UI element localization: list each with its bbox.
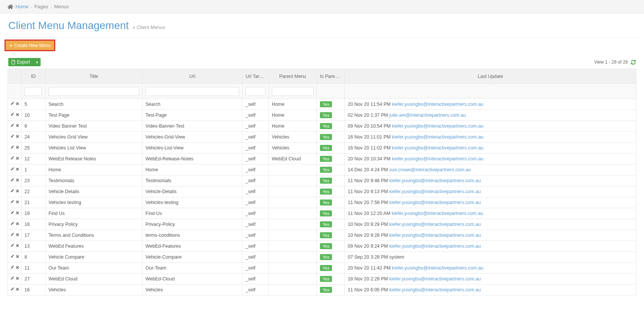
- cell-id: 17: [21, 230, 45, 241]
- edit-icon[interactable]: [10, 178, 14, 183]
- user-link[interactable]: kiefer.yusingbo@interactivepartners.com.…: [392, 134, 483, 140]
- delete-icon[interactable]: [15, 200, 20, 205]
- filter-target-input[interactable]: [245, 87, 265, 96]
- delete-icon[interactable]: [15, 156, 20, 161]
- delete-icon[interactable]: [15, 178, 20, 183]
- cell-lastupdate: 11 Nov 20 9:46 PM kiefer.yusingbo@intera…: [345, 175, 636, 186]
- edit-icon[interactable]: [10, 265, 14, 271]
- delete-icon[interactable]: [15, 265, 20, 271]
- filter-url-input[interactable]: [145, 87, 239, 96]
- export-button[interactable]: Export: [8, 58, 33, 66]
- cell-parent: [269, 164, 317, 175]
- cell-parent: WebEd Cloud: [269, 154, 317, 164]
- filter-id-input[interactable]: [24, 87, 42, 96]
- cell-lastupdate: 18 Nov 20 2:29 PM kiefer.yusingbo@intera…: [345, 274, 636, 285]
- delete-icon[interactable]: [15, 276, 20, 282]
- edit-icon[interactable]: [10, 134, 14, 140]
- cell-title: Vehicles List View: [45, 143, 142, 154]
- user-link[interactable]: kiefer.yusingbo@interactivepartners.com.…: [392, 265, 483, 271]
- col-parent-header[interactable]: Parent Menu: [269, 69, 317, 84]
- user-link[interactable]: kiefer.yusingbo@interactivepartners.com.…: [392, 156, 483, 161]
- cell-target: _self: [242, 164, 269, 175]
- edit-icon[interactable]: [10, 123, 14, 129]
- refresh-icon[interactable]: [631, 60, 636, 65]
- cell-url: Our-Team: [142, 263, 242, 274]
- user-link[interactable]: kiefer.yusingbo@interactivepartners.com.…: [389, 244, 480, 249]
- cell-isparent: Yes: [317, 241, 345, 252]
- user-link[interactable]: kiefer.yusingbo@interactivepartners.com.…: [389, 276, 480, 282]
- user-link[interactable]: julie.are@interactivepartners.com.au: [389, 113, 466, 118]
- edit-icon[interactable]: [10, 211, 14, 216]
- col-url-header[interactable]: Url: [142, 69, 242, 84]
- edit-icon[interactable]: [10, 167, 14, 172]
- user-link[interactable]: kiefer.yusingbo@interactivepartners.com.…: [389, 178, 480, 183]
- cell-target: _self: [242, 197, 269, 208]
- create-new-menu-button[interactable]: + Create New Menu: [6, 41, 54, 50]
- delete-icon[interactable]: [15, 222, 20, 227]
- edit-icon[interactable]: [10, 276, 14, 282]
- user-link[interactable]: kiefer.yusingbo@interactivepartners.com.…: [389, 189, 480, 194]
- user-link[interactable]: kiefer.yusingbo@interactivepartners.com.…: [389, 287, 480, 292]
- delete-icon[interactable]: [15, 145, 20, 151]
- delete-icon[interactable]: [15, 254, 20, 260]
- table-row: 22Vehicle DetailsVehicle-Details_selfYes…: [8, 186, 636, 197]
- breadcrumb-home[interactable]: Home: [15, 4, 29, 9]
- user-link[interactable]: kiefer.yusingbo@interactivepartners.com.…: [392, 123, 483, 129]
- table-row: 1HomeHome_selfYes14 Dec 20 4:24 PM sue.c…: [8, 164, 636, 175]
- cell-lastupdate: 20 Nov 20 11:54 PM kiefer.yusingbo@inter…: [345, 99, 636, 110]
- edit-icon[interactable]: [10, 156, 14, 161]
- cell-parent: [269, 274, 317, 285]
- edit-icon[interactable]: [10, 200, 14, 205]
- edit-icon[interactable]: [10, 145, 14, 151]
- delete-icon[interactable]: [15, 113, 20, 118]
- col-isparent-header[interactable]: Is Parent Menu: [317, 69, 345, 84]
- cell-lastupdate: 11 Nov 20 9:13 PM kiefer.yusingbo@intera…: [345, 186, 636, 197]
- delete-icon[interactable]: [15, 244, 20, 249]
- cell-url: Privacy-Policy: [142, 219, 242, 230]
- edit-icon[interactable]: [10, 189, 14, 194]
- cell-lastupdate: 09 Nov 20 10:54 PM kiefer.yusingbo@inter…: [345, 121, 636, 132]
- delete-icon[interactable]: [15, 189, 20, 194]
- edit-icon[interactable]: [10, 233, 14, 238]
- user-link[interactable]: kiefer.yusingbo@interactivepartners.com.…: [389, 200, 480, 205]
- user-link[interactable]: kiefer.yusingbo@interactivepartners.com.…: [392, 102, 483, 107]
- delete-icon[interactable]: [15, 211, 20, 216]
- user-link[interactable]: kiefer.yusingbo@interactivepartners.com.…: [389, 222, 480, 227]
- cell-title: WebEd Cloud: [45, 274, 142, 285]
- breadcrumb-pages: Pages: [34, 4, 48, 9]
- status-badge: Yes: [320, 199, 332, 206]
- user-link[interactable]: kiefer.yusingbo@interactivepartners.com.…: [392, 211, 483, 216]
- edit-icon[interactable]: [10, 244, 14, 249]
- home-icon[interactable]: [8, 4, 13, 9]
- col-title-header[interactable]: Title: [45, 69, 142, 84]
- cell-lastupdate: 11 Nov 20 7:58 PM kiefer.yusingbo@intera…: [345, 197, 636, 208]
- col-update-header[interactable]: Last Update: [345, 69, 636, 84]
- edit-icon[interactable]: [10, 254, 14, 260]
- delete-icon[interactable]: [15, 287, 20, 292]
- cell-parent: [269, 252, 317, 263]
- filter-parent-input[interactable]: [272, 87, 314, 96]
- edit-icon[interactable]: [10, 287, 14, 292]
- cell-target: _self: [242, 208, 269, 219]
- delete-icon[interactable]: [15, 134, 20, 140]
- user-link[interactable]: sue.crowe@interactivepartners.com.au: [389, 167, 471, 172]
- col-id-header[interactable]: ID: [21, 69, 45, 84]
- user-link[interactable]: kiefer.yusingbo@interactivepartners.com.…: [392, 145, 483, 151]
- delete-icon[interactable]: [15, 102, 20, 107]
- cell-id: 24: [21, 132, 45, 143]
- breadcrumb: Home › Pages › Menus: [0, 0, 644, 14]
- edit-icon[interactable]: [10, 102, 14, 107]
- col-target-header[interactable]: Url Target: [242, 69, 269, 84]
- delete-icon[interactable]: [15, 123, 20, 129]
- cell-isparent: Yes: [317, 99, 345, 110]
- user-link[interactable]: kiefer.yusingbo@interactivepartners.com.…: [389, 233, 480, 238]
- delete-icon[interactable]: [15, 233, 20, 238]
- cell-title: Test Page: [45, 110, 142, 121]
- cell-id: 19: [21, 208, 45, 219]
- filter-title-input[interactable]: [48, 87, 139, 96]
- cell-id: 21: [21, 197, 45, 208]
- edit-icon[interactable]: [10, 222, 14, 227]
- export-dropdown-button[interactable]: ▾: [33, 58, 41, 66]
- edit-icon[interactable]: [10, 113, 14, 118]
- delete-icon[interactable]: [15, 167, 20, 172]
